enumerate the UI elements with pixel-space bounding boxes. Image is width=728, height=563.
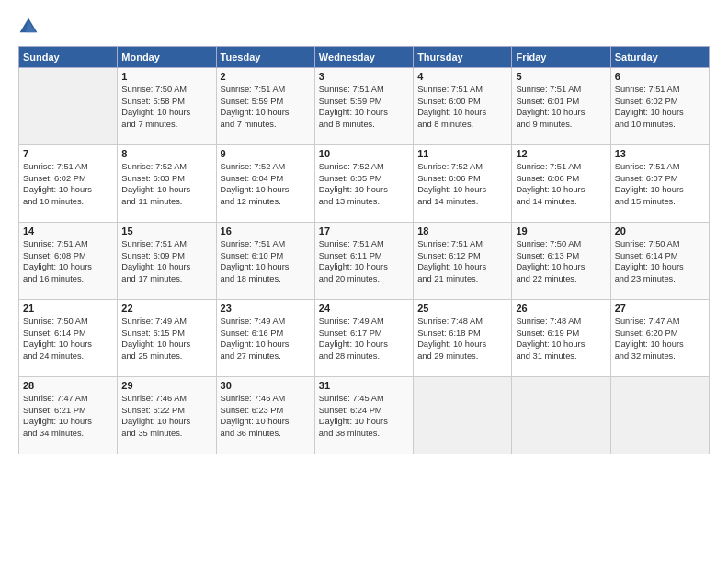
cell-text: Sunset: 6:20 PM: [615, 327, 705, 339]
cell-text: and 28 minutes.: [319, 350, 409, 362]
cell-text: and 18 minutes.: [221, 273, 311, 285]
cell-text: Sunset: 6:23 PM: [221, 405, 311, 417]
cell-text: Sunrise: 7:51 AM: [615, 84, 705, 96]
calendar-cell: 31Sunrise: 7:45 AMSunset: 6:24 PMDayligh…: [314, 377, 413, 454]
day-number: 19: [516, 225, 606, 236]
calendar-cell: 22Sunrise: 7:49 AMSunset: 6:15 PMDayligh…: [118, 300, 216, 377]
cell-text: Sunset: 6:07 PM: [615, 173, 705, 185]
calendar-cell: 20Sunrise: 7:50 AMSunset: 6:14 PMDayligh…: [610, 223, 709, 300]
cell-text: Daylight: 10 hours: [121, 261, 211, 273]
calendar-cell: [19, 68, 118, 145]
day-number: 18: [417, 225, 507, 236]
cell-text: Sunrise: 7:52 AM: [221, 161, 311, 173]
cell-text: and 35 minutes.: [121, 428, 211, 440]
cell-text: Daylight: 10 hours: [221, 261, 311, 273]
col-header-saturday: Saturday: [610, 47, 709, 68]
day-number: 12: [516, 148, 606, 159]
cell-text: Daylight: 10 hours: [516, 339, 606, 350]
calendar-cell: 11Sunrise: 7:52 AMSunset: 6:06 PMDayligh…: [414, 145, 512, 223]
cell-text: Sunset: 6:01 PM: [516, 96, 606, 108]
cell-text: Daylight: 10 hours: [23, 261, 113, 273]
cell-text: Daylight: 10 hours: [516, 184, 606, 196]
day-number: 6: [615, 71, 705, 82]
cell-text: Sunrise: 7:51 AM: [516, 84, 606, 96]
col-header-wednesday: Wednesday: [314, 47, 413, 68]
cell-text: Sunset: 6:12 PM: [417, 250, 507, 262]
calendar-cell: 27Sunrise: 7:47 AMSunset: 6:20 PMDayligh…: [610, 300, 709, 377]
cell-text: and 11 minutes.: [121, 196, 211, 208]
day-number: 13: [615, 148, 705, 159]
calendar-cell: 29Sunrise: 7:46 AMSunset: 6:22 PMDayligh…: [118, 377, 216, 454]
day-number: 5: [516, 71, 606, 82]
calendar-cell: 12Sunrise: 7:51 AMSunset: 6:06 PMDayligh…: [512, 145, 610, 223]
calendar-cell: 5Sunrise: 7:51 AMSunset: 6:01 PMDaylight…: [512, 68, 610, 145]
calendar-cell: 21Sunrise: 7:50 AMSunset: 6:14 PMDayligh…: [19, 300, 118, 377]
cell-text: Sunset: 6:11 PM: [319, 250, 409, 262]
cell-text: Daylight: 10 hours: [417, 184, 507, 196]
cell-text: Sunset: 6:18 PM: [417, 327, 507, 339]
day-number: 21: [23, 303, 113, 314]
day-number: 3: [319, 71, 409, 82]
cell-text: Sunrise: 7:51 AM: [23, 161, 113, 173]
cell-text: and 36 minutes.: [221, 428, 311, 440]
day-number: 25: [417, 303, 507, 314]
cell-text: Daylight: 10 hours: [417, 261, 507, 273]
cell-text: and 31 minutes.: [516, 350, 606, 362]
cell-text: Sunrise: 7:50 AM: [615, 238, 705, 250]
calendar-cell: 30Sunrise: 7:46 AMSunset: 6:23 PMDayligh…: [216, 377, 314, 454]
cell-text: Daylight: 10 hours: [221, 339, 311, 350]
cell-text: Sunrise: 7:51 AM: [516, 161, 606, 173]
cell-text: Daylight: 10 hours: [516, 261, 606, 273]
cell-text: Sunset: 6:10 PM: [221, 250, 311, 262]
day-number: 16: [221, 225, 311, 236]
cell-text: Sunrise: 7:46 AM: [221, 393, 311, 405]
cell-text: Sunset: 5:58 PM: [121, 96, 211, 108]
cell-text: Daylight: 10 hours: [121, 339, 211, 350]
day-number: 22: [121, 303, 211, 314]
day-number: 14: [23, 225, 113, 236]
calendar-cell: 8Sunrise: 7:52 AMSunset: 6:03 PMDaylight…: [118, 145, 216, 223]
cell-text: Daylight: 10 hours: [23, 339, 113, 350]
cell-text: Sunrise: 7:50 AM: [23, 316, 113, 327]
cell-text: Daylight: 10 hours: [319, 261, 409, 273]
cell-text: and 15 minutes.: [615, 196, 705, 208]
cell-text: Daylight: 10 hours: [121, 107, 211, 119]
logo: [18, 17, 40, 37]
cell-text: Sunrise: 7:49 AM: [319, 316, 409, 327]
cell-text: Sunset: 5:59 PM: [221, 96, 311, 108]
cell-text: and 27 minutes.: [221, 350, 311, 362]
week-row-4: 21Sunrise: 7:50 AMSunset: 6:14 PMDayligh…: [19, 300, 710, 377]
cell-text: Daylight: 10 hours: [319, 339, 409, 350]
cell-text: and 13 minutes.: [319, 196, 409, 208]
col-header-tuesday: Tuesday: [216, 47, 314, 68]
week-row-3: 14Sunrise: 7:51 AMSunset: 6:08 PMDayligh…: [19, 223, 710, 300]
day-number: 31: [319, 380, 409, 391]
cell-text: Daylight: 10 hours: [121, 416, 211, 428]
calendar-cell: 6Sunrise: 7:51 AMSunset: 6:02 PMDaylight…: [610, 68, 709, 145]
cell-text: Sunset: 6:15 PM: [121, 327, 211, 339]
cell-text: Sunset: 6:06 PM: [516, 173, 606, 185]
cell-text: Sunrise: 7:52 AM: [121, 161, 211, 173]
calendar-cell: 19Sunrise: 7:50 AMSunset: 6:13 PMDayligh…: [512, 223, 610, 300]
calendar-cell: 26Sunrise: 7:48 AMSunset: 6:19 PMDayligh…: [512, 300, 610, 377]
calendar-cell: 1Sunrise: 7:50 AMSunset: 5:58 PMDaylight…: [118, 68, 216, 145]
cell-text: Sunrise: 7:52 AM: [319, 161, 409, 173]
cell-text: Sunset: 6:24 PM: [319, 405, 409, 417]
day-number: 17: [319, 225, 409, 236]
cell-text: and 34 minutes.: [23, 428, 113, 440]
day-number: 30: [221, 380, 311, 391]
cell-text: Sunrise: 7:52 AM: [417, 161, 507, 173]
calendar-cell: 17Sunrise: 7:51 AMSunset: 6:11 PMDayligh…: [314, 223, 413, 300]
cell-text: Sunrise: 7:51 AM: [417, 238, 507, 250]
header-row: SundayMondayTuesdayWednesdayThursdayFrid…: [19, 47, 710, 68]
cell-text: and 9 minutes.: [516, 119, 606, 131]
day-number: 11: [417, 148, 507, 159]
calendar-cell: 4Sunrise: 7:51 AMSunset: 6:00 PMDaylight…: [414, 68, 512, 145]
cell-text: Daylight: 10 hours: [417, 339, 507, 350]
day-number: 29: [121, 380, 211, 391]
cell-text: Daylight: 10 hours: [615, 184, 705, 196]
cell-text: Sunrise: 7:51 AM: [23, 238, 113, 250]
cell-text: Daylight: 10 hours: [221, 184, 311, 196]
cell-text: Sunrise: 7:48 AM: [516, 316, 606, 327]
cell-text: Sunrise: 7:50 AM: [516, 238, 606, 250]
